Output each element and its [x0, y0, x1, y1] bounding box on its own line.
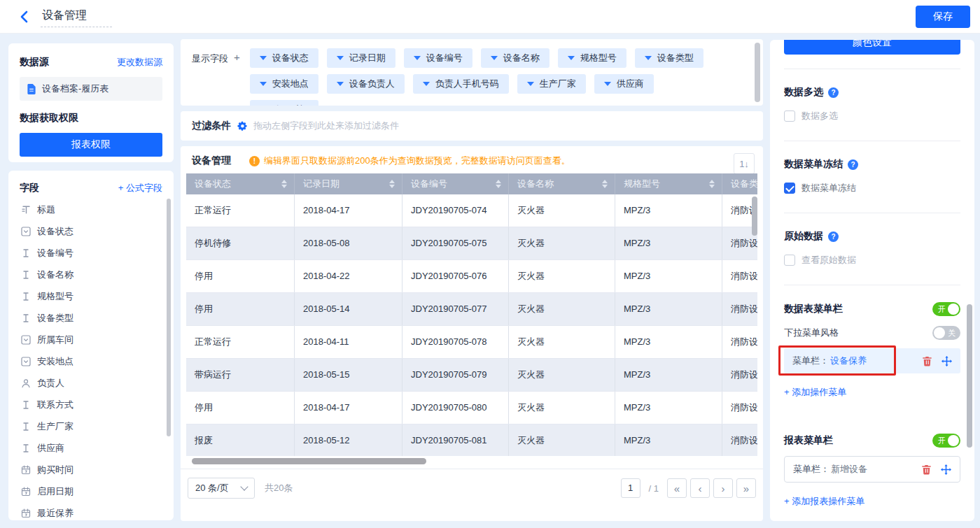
divider — [784, 69, 960, 69]
settings-scrollbar[interactable] — [967, 304, 972, 448]
table-cell: JDY20190705-076 — [402, 260, 509, 292]
table-cell: JDY20190705-077 — [402, 293, 509, 325]
back-button[interactable] — [20, 10, 29, 24]
trash-icon[interactable] — [921, 464, 932, 475]
table-menu-toggle[interactable]: 开 — [932, 302, 960, 316]
sort-arrows-icon[interactable] — [602, 180, 608, 188]
column-header[interactable]: 记录日期 — [295, 173, 402, 194]
raw-data-checkbox-row[interactable]: 查看原始数据 — [784, 254, 960, 266]
field-item[interactable]: 标题 — [20, 199, 162, 220]
help-icon[interactable]: ? — [848, 159, 858, 170]
prev-page-button[interactable]: ‹ — [690, 478, 710, 498]
caret-down-icon — [645, 56, 652, 60]
add-action-menu-link[interactable]: + 添加操作菜单 — [784, 386, 960, 399]
report-permission-button[interactable]: 报表权限 — [20, 133, 162, 157]
move-cross-icon[interactable] — [941, 464, 951, 475]
field-item[interactable]: 设备编号 — [20, 242, 162, 264]
calendar-icon — [21, 487, 31, 497]
field-item[interactable]: 启用日期 — [20, 480, 162, 502]
column-header[interactable]: 设备名称 — [509, 173, 615, 194]
display-field-chip[interactable]: 规格型号 — [558, 48, 626, 68]
next-page-button[interactable]: › — [713, 478, 733, 498]
sort-arrows-icon[interactable] — [281, 180, 287, 188]
field-item[interactable]: 负责人 — [20, 372, 162, 394]
trash-icon[interactable] — [922, 356, 932, 366]
table-menu-item[interactable]: 菜单栏： 设备保养 — [784, 348, 960, 373]
dropdown-style-toggle[interactable]: 关 — [932, 326, 960, 340]
help-icon[interactable]: ? — [828, 231, 839, 242]
report-menu-toggle[interactable]: 开 — [932, 434, 960, 448]
display-field-chip[interactable]: 设备类型 — [635, 48, 704, 68]
formula-field-link[interactable]: + 公式字段 — [118, 182, 162, 194]
field-item[interactable]: 设备状态 — [20, 220, 162, 242]
menu-item-name[interactable]: 新增设备 — [831, 463, 867, 476]
display-field-chip[interactable]: 生产厂家 — [517, 74, 586, 94]
report-menu-item[interactable]: 菜单栏： 新增设备 — [784, 456, 960, 483]
display-field-chip[interactable]: 购买时间 — [250, 100, 318, 106]
multi-select-checkbox[interactable] — [784, 110, 795, 122]
field-item[interactable]: 所属车间 — [20, 329, 162, 350]
menu-freeze-checkbox[interactable] — [784, 183, 795, 194]
table-row: 停用2018-04-17JDY20190705-080灭火器MPZ/3消防设备 — [186, 392, 757, 424]
help-icon[interactable]: ? — [828, 87, 839, 98]
field-item[interactable]: 设备名称 — [20, 264, 162, 285]
column-header[interactable]: 规格型号 — [615, 173, 722, 194]
display-field-chip[interactable]: 记录日期 — [327, 48, 396, 68]
last-page-button[interactable]: » — [736, 478, 756, 498]
first-page-button[interactable]: « — [667, 478, 687, 498]
table-cell: 灭火器 — [509, 424, 615, 456]
field-item[interactable]: 安装地点 — [20, 350, 162, 372]
field-item[interactable]: 规格型号 — [20, 285, 162, 307]
filter-label: 过滤条件 — [192, 120, 231, 132]
add-display-field-button[interactable]: + — [234, 51, 240, 63]
datasource-item[interactable]: 设备档案-履历表 — [20, 77, 162, 101]
display-fields-scrollbar[interactable] — [755, 43, 760, 102]
sort-arrows-icon[interactable] — [496, 180, 501, 188]
field-item[interactable]: 生产厂家 — [20, 415, 162, 437]
move-cross-icon[interactable] — [941, 356, 952, 366]
display-field-chip[interactable]: 设备状态 — [250, 48, 318, 68]
display-field-chip[interactable]: 负责人手机号码 — [413, 74, 509, 94]
column-header[interactable]: 设备编号 — [402, 173, 509, 194]
menu-freeze-checkbox-row[interactable]: 数据菜单冻结 — [784, 182, 960, 194]
table-toolbar: 设备管理 ! 编辑界面只取数据源前200条作为查询数据预览，完整数据请访问页面查… — [181, 146, 763, 173]
display-field-chip[interactable]: 设备负责人 — [327, 74, 405, 94]
display-field-chip[interactable]: 设备编号 — [404, 48, 472, 68]
sort-arrows-icon[interactable] — [389, 180, 395, 188]
table-vertical-scrollbar[interactable] — [752, 197, 757, 236]
display-field-chip[interactable]: 安装地点 — [250, 74, 318, 94]
page-title[interactable]: 设备管理 — [41, 8, 88, 25]
gear-icon[interactable] — [237, 121, 247, 131]
field-item[interactable]: 联系方式 — [20, 394, 162, 415]
display-field-chip[interactable]: 设备名称 — [481, 48, 550, 68]
caret-down-icon — [337, 56, 344, 60]
add-report-action-menu-link[interactable]: + 添加报表操作菜单 — [784, 495, 960, 508]
change-datasource-link[interactable]: 更改数据源 — [117, 56, 162, 69]
sort-arrows-icon[interactable] — [709, 180, 715, 188]
page-number-input[interactable]: 1 — [621, 478, 640, 498]
field-item[interactable]: 最近保养 — [20, 502, 162, 520]
save-button[interactable]: 保存 — [916, 6, 970, 28]
table-horizontal-scrollbar[interactable] — [192, 458, 426, 464]
sort-order-button[interactable]: 1↓ — [734, 153, 755, 174]
warning-icon: ! — [249, 156, 260, 166]
raw-data-checkbox-label: 查看原始数据 — [802, 254, 856, 266]
field-item[interactable]: 购买时间 — [20, 459, 162, 480]
page-size-select[interactable]: 20 条/页 — [188, 478, 255, 499]
field-item[interactable]: 设备类型 — [20, 307, 162, 329]
table-cell: 灭火器 — [509, 194, 615, 227]
color-settings-button[interactable]: 颜色设置 — [784, 40, 960, 55]
chip-label: 设备名称 — [503, 52, 540, 64]
toggle-knob — [934, 327, 945, 338]
raw-data-checkbox[interactable] — [784, 255, 795, 266]
field-label: 安装地点 — [37, 355, 74, 368]
field-item[interactable]: 供应商 — [20, 437, 162, 459]
table-cell: 2018-05-14 — [295, 293, 402, 325]
fields-scrollbar[interactable] — [167, 199, 171, 436]
column-header[interactable]: 设备状态 — [186, 173, 295, 194]
multi-select-checkbox-row[interactable]: 数据多选 — [784, 110, 960, 122]
menu-item-name[interactable]: 设备保养 — [830, 355, 867, 367]
display-field-chip[interactable]: 供应商 — [594, 74, 654, 94]
table-cell: 灭火器 — [509, 260, 615, 292]
column-header[interactable]: 设备类型 — [722, 173, 757, 194]
